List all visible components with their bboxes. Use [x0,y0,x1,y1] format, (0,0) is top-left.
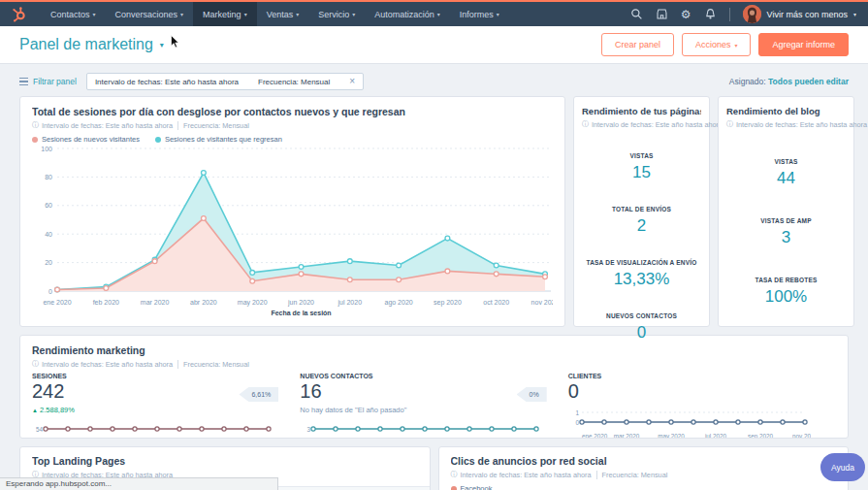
svg-text:oct 2020: oct 2020 [483,299,509,306]
nav-utilities: ⚙ Vivir más con menos ▾ [630,5,856,23]
legend-item-new-visitors[interactable]: Sesiones de nuevos visitantes [32,135,140,144]
bell-icon[interactable] [704,8,717,20]
info-icon: ⓘ [582,119,589,129]
account-label: Vivir más con menos [767,10,848,19]
report-subtitle: ⓘ Intervalo de fechas: Este año hasta ah… [726,119,846,129]
help-button[interactable]: Ayuda [820,453,865,481]
close-icon[interactable]: × [349,77,355,86]
metric: VISTAS44 [774,158,797,188]
svg-text:40: 40 [45,231,52,238]
svg-text:0: 0 [575,419,579,426]
svg-text:sep 2020: sep 2020 [434,299,462,307]
account-menu[interactable]: Vivir más con menos ▾ [743,5,856,23]
metric-label: NUEVOS CONTACTOS [606,312,677,319]
search-icon[interactable] [630,8,643,20]
chevron-down-icon: ▾ [853,11,856,17]
svg-text:3: 3 [307,426,311,433]
main-row: Total de sesiones por día con desglose p… [19,96,849,327]
filter-dashboard-button[interactable]: Filtrar panel [19,77,77,86]
svg-text:54: 54 [36,426,44,433]
add-report-button[interactable]: Agregar informe [758,33,849,56]
pages-performance-card: Rendimiento de tus páginas ... ⓘ Interva… [573,96,710,327]
metric-label: VISTAS [629,152,653,159]
marketplace-icon[interactable] [656,8,668,20]
metric-value: 242 [32,380,239,403]
performance-columns: SESIONES242▲ 2.588,89%6,61%54ene 2020mar… [32,373,836,439]
svg-text:jun 2020: jun 2020 [287,299,314,307]
nav-item-marketing[interactable]: Marketing▾ [193,2,257,26]
svg-text:0: 0 [48,288,52,295]
report-subtitle: ⓘ Intervalo de fechas: Este año hasta ah… [32,120,553,130]
metric: TASA DE REBOTES100% [755,277,817,307]
create-dashboard-button[interactable]: Crear panel [601,33,674,56]
report-title: Total de sesiones por día con desglose p… [32,106,553,117]
metric-label: CLIENTES [568,373,815,379]
filter-icon [19,78,28,86]
chevron-down-icon: ▾ [160,41,164,49]
legend-dot [32,137,38,143]
sessions-area-chart: 020406080100ene 2020feb 2020mar 2020abr … [32,144,553,324]
blog-performance-card: Rendimiento del blog ⓘ Intervalo de fech… [718,96,854,327]
nav-menu: Contactos▾Conversaciones▾Marketing▾Venta… [41,2,509,26]
nav-item-conversaciones[interactable]: Conversaciones▾ [106,2,194,26]
svg-text:jul 2020: jul 2020 [338,299,363,307]
metrics-list: VISTAS15TOTAL DE ENVÍOS2TASA DE VISUALIZ… [582,129,701,343]
metric-label: TASA DE REBOTES [755,277,817,283]
frequency-filter: Frecuencia: Mensual [258,78,330,86]
chart-legend: Sesiones de nuevos visitantes Sesiones d… [32,135,553,144]
info-icon: ⓘ [32,359,39,369]
svg-text:ago 2020: ago 2020 [384,299,412,307]
assigned-info: Asignado: Todos pueden editar [729,77,849,86]
sparkline: 10ene 2020mar 2020may 2020jul 2020sep 20… [568,408,815,439]
sesiones-sparkline: 54ene 2020mar 2020may 2020jul 2020sep 20… [32,420,274,439]
legend-item-facebook[interactable]: Facebook [451,484,493,490]
marketing-performance-card: Rendimiento marketing ⓘ Intervalo de fec… [19,335,849,439]
legend-item-returning-visitors[interactable]: Sesiones de visitantes que regresan [155,135,282,144]
date-range-filter: Intervalo de fechas: Este año hasta ahor… [95,78,239,86]
svg-text:mar 2020: mar 2020 [141,299,170,306]
svg-text:nov 2020: nov 2020 [792,433,811,439]
assigned-value-link[interactable]: Todos pueden editar [768,77,849,86]
svg-text:ene 2020: ene 2020 [582,433,608,439]
change-indicator: ▲ 2.588,89% [32,406,239,414]
svg-text:may 2020: may 2020 [238,299,268,307]
active-filters-pill[interactable]: Intervalo de fechas: Este año hasta ahor… [86,73,364,90]
report-subtitle: ⓘ Intervalo de fechas: Este año hasta ah… [582,119,701,129]
nav-item-ventas[interactable]: Ventas▾ [257,2,309,26]
metric-value: 2 [612,216,671,236]
hubspot-logo-icon[interactable] [12,7,27,22]
actions-button[interactable]: Acciones▾ [682,33,752,56]
nav-item-informes[interactable]: Informes▾ [450,2,509,26]
metric-column-1: SESIONES242▲ 2.588,89%6,61%54ene 2020mar… [32,373,300,439]
metrics-list: VISTAS44VISTAS DE AMP3TASA DE REBOTES100… [726,129,846,307]
dashboard-title-dropdown[interactable]: Panel de marketing ▾ [19,36,164,53]
metric-label: SESIONES [32,373,239,379]
nav-item-servicio[interactable]: Servicio▾ [308,2,365,26]
nav-divider [729,8,730,21]
svg-text:mar 2020: mar 2020 [613,433,639,439]
nav-item-automatizacion[interactable]: Automatización▾ [365,2,450,26]
legend-dot [451,486,457,490]
metric-label: NUEVOS CONTACTOS [300,373,516,379]
metric: NUEVOS CONTACTOS0 [606,312,677,343]
report-title: Rendimiento de tus páginas ... [582,106,701,116]
report-title: Clics de anuncios por red social [451,455,837,467]
report-title: Rendimiento marketing [32,344,836,356]
metric-column-3: CLIENTES010ene 2020mar 2020may 2020jul 2… [568,373,836,439]
change-badge: 0% [517,387,547,402]
sparkline: 3ene 2020mar 2020may 2020jul 2020sep 202… [300,420,546,439]
header-buttons: Crear panel Acciones▾ Agregar informe [601,33,849,56]
metric: TASA DE VISUALIZACIÓN A ENVÍO13,33% [586,259,696,289]
svg-text:80: 80 [45,174,52,180]
metric-value: 44 [774,169,797,188]
sessions-report-card: Total de sesiones por día con desglose p… [19,96,565,327]
metric-value: 15 [629,163,653,182]
metric: TOTAL DE ENVÍOS2 [612,206,671,236]
report-subtitle: ⓘ Intervalo de fechas: Este año hasta ah… [32,359,836,369]
nav-item-contactos[interactable]: Contactos▾ [41,2,106,26]
metric-value: 16 [300,380,516,403]
up-triangle-icon: ▲ [32,408,38,413]
svg-text:feb 2020: feb 2020 [93,299,119,306]
legend-dot [155,137,161,143]
gear-icon[interactable]: ⚙ [681,9,691,20]
